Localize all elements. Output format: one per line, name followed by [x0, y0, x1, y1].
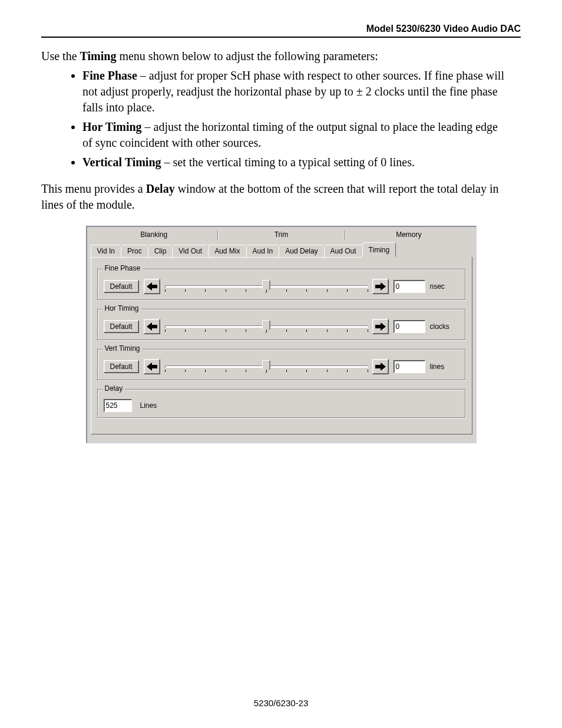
slider-tick [286, 330, 287, 332]
tab-label: Vid Out [178, 247, 202, 255]
tab-vid-in[interactable]: Vid In [91, 245, 121, 258]
tab-row: Vid In Proc Clip Vid Out Aud Mix Aud In … [87, 242, 476, 257]
fine-phase-value[interactable] [394, 280, 425, 293]
tab-proc[interactable]: Proc [121, 245, 148, 258]
group-title: Fine Phase [103, 264, 143, 272]
slider-tick [226, 330, 226, 332]
button-label: Default [110, 363, 133, 371]
arrow-right-icon [375, 363, 386, 371]
delay-value[interactable] [104, 399, 132, 412]
slider-tick [185, 330, 186, 332]
page-root: Model 5230/6230 Video Audio DAC Use the … [0, 0, 562, 728]
tab-aud-delay[interactable]: Aud Delay [279, 245, 324, 258]
group-title: Delay [103, 384, 125, 393]
bullet-text: – adjust the horizontal timing of the ou… [82, 120, 498, 149]
slider-tick [327, 370, 328, 372]
vert-timing-value[interactable] [394, 360, 425, 373]
svg-marker-3 [375, 322, 386, 331]
button-label: Default [110, 322, 133, 331]
category-blanking: Blanking [91, 229, 217, 242]
bullet-name: Vertical Timing [82, 156, 161, 169]
bullet-name: Fine Phase [82, 69, 137, 82]
decrement-button[interactable] [144, 319, 160, 334]
category-trim: Trim [218, 229, 345, 242]
bullet-text: – adjust for proper ScH phase with respe… [82, 69, 504, 114]
slider-tick [368, 370, 368, 372]
unit-label: Lines [140, 401, 157, 410]
slider-tick [185, 289, 186, 292]
default-button[interactable]: Default [104, 360, 139, 373]
tab-panel-timing: Fine Phase Default [91, 257, 472, 434]
vert-timing-slider[interactable] [165, 359, 368, 374]
tab-label: Aud Mix [214, 247, 240, 255]
header-title: Model 5230/6230 Video Audio DAC [366, 24, 521, 34]
decrement-button[interactable] [144, 359, 160, 374]
unit-label: nsec [430, 282, 459, 291]
bullet-list: Fine Phase – adjust for proper ScH phase… [41, 68, 521, 170]
intro-pre: Use the [41, 50, 80, 62]
category-label: Trim [275, 230, 289, 239]
svg-marker-2 [147, 322, 157, 331]
svg-marker-4 [147, 363, 157, 371]
unit-label: clocks [430, 322, 459, 331]
tab-aud-out[interactable]: Aud Out [324, 245, 363, 258]
tab-label: Aud Delay [285, 247, 318, 255]
slider-tick [347, 370, 348, 372]
tab-timing[interactable]: Timing [362, 242, 396, 257]
slider-tick [226, 289, 226, 292]
slider-tick [165, 370, 166, 372]
tab-vid-out[interactable]: Vid Out [172, 245, 209, 258]
para2-bold: Delay [146, 182, 175, 195]
increment-button[interactable] [372, 319, 389, 334]
slider-tick [266, 370, 267, 372]
svg-marker-0 [147, 282, 157, 291]
slider-tick [185, 370, 186, 372]
increment-button[interactable] [372, 359, 389, 374]
group-vert-timing: Vert Timing Default [97, 349, 466, 381]
tab-label: Aud In [253, 247, 273, 255]
bullet-item: Fine Phase – adjust for proper ScH phase… [82, 68, 521, 116]
svg-marker-1 [375, 282, 386, 291]
slider-tick [347, 289, 348, 292]
tab-label: Aud Out [330, 247, 356, 255]
bullet-name: Hor Timing [82, 120, 142, 133]
group-title: Vert Timing [103, 344, 143, 353]
tab-clip[interactable]: Clip [148, 245, 173, 258]
slider-tick [368, 289, 368, 292]
slider-tick [347, 330, 348, 332]
para2-pre: This menu provides a [41, 182, 146, 195]
unit-label: lines [430, 363, 459, 371]
slider-tick [327, 289, 328, 292]
slider-tick [266, 330, 267, 332]
group-title: Hor Timing [103, 304, 141, 312]
bullet-item: Vertical Timing – set the vertical timin… [82, 154, 521, 170]
slider-tick [266, 289, 267, 292]
hor-timing-slider[interactable] [165, 319, 368, 334]
default-button[interactable]: Default [104, 320, 139, 333]
group-hor-timing: Hor Timing Default [97, 309, 466, 341]
hor-timing-value[interactable] [394, 320, 425, 333]
slider-tick [205, 330, 206, 332]
default-button[interactable]: Default [104, 280, 139, 293]
decrement-button[interactable] [144, 279, 160, 294]
arrow-left-icon [147, 282, 157, 291]
category-row: Blanking Trim Memory [87, 227, 476, 242]
slider-tick [368, 330, 368, 332]
tab-label: Proc [127, 247, 142, 255]
slider-tick [205, 289, 206, 292]
category-label: Blanking [140, 230, 167, 239]
category-label: Memory [396, 230, 421, 239]
fine-phase-slider[interactable] [165, 279, 368, 294]
tab-aud-in[interactable]: Aud In [246, 245, 280, 258]
arrow-left-icon [147, 363, 157, 371]
slider-tick [246, 330, 246, 332]
slider-tick [286, 289, 287, 292]
slider-tick [286, 370, 287, 372]
slider-tick [205, 370, 206, 372]
page-footer: 5230/6230-23 [0, 698, 562, 708]
increment-button[interactable] [372, 279, 389, 294]
svg-marker-5 [375, 363, 386, 371]
arrow-left-icon [147, 322, 157, 331]
category-memory: Memory [345, 229, 472, 242]
tab-aud-mix[interactable]: Aud Mix [208, 245, 246, 258]
